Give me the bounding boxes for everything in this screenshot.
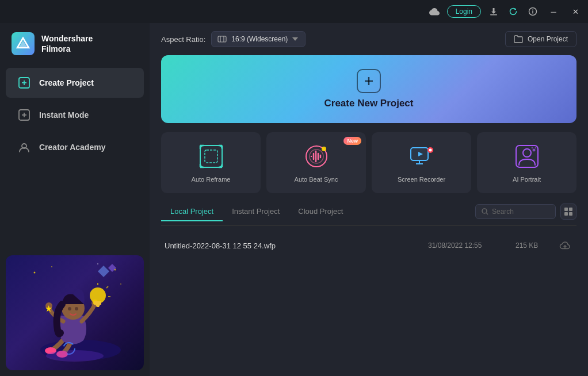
- svg-point-28: [68, 307, 71, 310]
- new-badge: New: [343, 137, 361, 145]
- create-project-icon: [17, 76, 31, 90]
- sidebar-item-creator-academy[interactable]: Creator Academy: [6, 132, 144, 162]
- instant-mode-label: Instant Mode: [39, 110, 89, 120]
- search-icon: [482, 208, 488, 215]
- project-date: 31/08/2022 12:55: [428, 241, 509, 250]
- screen-recorder-label: Screen Recorder: [398, 176, 445, 183]
- svg-point-17: [97, 263, 98, 264]
- svg-point-3: [532, 9, 533, 10]
- title-bar-icons: Login ─ ✕: [427, 3, 583, 20]
- action-card-auto-beat-sync[interactable]: New Auto Beat Sync: [266, 132, 366, 193]
- svg-point-58: [322, 147, 326, 151]
- ai-portrait-label: AI Portrait: [513, 176, 541, 183]
- projects-toolbar: [475, 204, 576, 220]
- upload-cloud-icon: [559, 240, 571, 251]
- svg-rect-0: [490, 14, 497, 16]
- content-topbar: Aspect Ratio: 16:9 (Widescreen): [150, 23, 588, 55]
- tab-cloud-project[interactable]: Cloud Project: [289, 202, 352, 221]
- projects-section: Local Project Instant Project Cloud Proj…: [161, 202, 576, 376]
- svg-point-71: [482, 209, 487, 213]
- svg-point-30: [90, 287, 106, 304]
- project-size: 215 KB: [516, 241, 550, 250]
- sidebar-item-instant-mode[interactable]: Instant Mode: [6, 100, 144, 130]
- svg-marker-19: [108, 264, 116, 272]
- svg-rect-74: [569, 208, 572, 211]
- search-input[interactable]: [492, 208, 549, 216]
- auto-reframe-label: Auto Reframe: [192, 176, 231, 183]
- svg-line-72: [487, 213, 488, 215]
- creator-academy-icon: [17, 140, 31, 154]
- svg-rect-42: [205, 150, 217, 163]
- svg-point-69: [534, 147, 536, 149]
- cloud-icon[interactable]: [427, 5, 441, 18]
- svg-point-35: [46, 350, 104, 362]
- tab-instant-project[interactable]: Instant Project: [223, 202, 289, 221]
- sidebar-item-create-project[interactable]: Create Project: [6, 68, 144, 98]
- title-bar: Login ─ ✕: [0, 0, 588, 23]
- table-row[interactable]: Untitled-2022-08-31 12 55 24.wfp 31/08/2…: [161, 232, 576, 259]
- aspect-ratio-dropdown[interactable]: 16:9 (Widescreen): [211, 31, 306, 47]
- instant-mode-icon: [17, 108, 31, 122]
- svg-point-70: [531, 147, 533, 149]
- auto-beat-sync-label: Auto Beat Sync: [295, 176, 338, 183]
- action-card-screen-recorder[interactable]: Screen Recorder: [372, 132, 471, 193]
- open-project-label: Open Project: [528, 35, 568, 43]
- sidebar: Wondershare Filmora Create Project: [0, 23, 150, 376]
- minimize-button[interactable]: ─: [545, 3, 562, 20]
- create-project-label: Create Project: [39, 78, 94, 87]
- download-icon[interactable]: [487, 5, 501, 18]
- auto-reframe-icon: [197, 143, 225, 170]
- aspect-ratio-label: Aspect Ratio:: [161, 35, 205, 44]
- action-card-ai-portrait[interactable]: AI Portrait: [477, 132, 576, 193]
- create-new-project-label: Create New Project: [324, 98, 414, 109]
- aspect-ratio-value: 16:9 (Widescreen): [231, 35, 288, 43]
- folder-icon: [514, 35, 523, 43]
- screen-recorder-icon: [408, 143, 436, 170]
- tab-local-project[interactable]: Local Project: [161, 202, 223, 221]
- aspect-ratio-icon: [217, 36, 227, 43]
- chevron-down-icon: [292, 37, 298, 41]
- close-button[interactable]: ✕: [567, 3, 583, 20]
- content-area: Aspect Ratio: 16:9 (Widescreen): [150, 23, 588, 376]
- app-name: Wondershare Filmora: [41, 33, 93, 54]
- projects-tabs-row: Local Project Instant Project Cloud Proj…: [161, 202, 576, 221]
- svg-rect-36: [218, 36, 226, 42]
- divider: [161, 225, 576, 226]
- illustration-container: [6, 255, 144, 370]
- quick-actions: Auto Reframe New: [161, 132, 576, 193]
- main-layout: Wondershare Filmora Create Project: [0, 23, 588, 376]
- create-new-project-banner[interactable]: Create New Project: [161, 55, 576, 123]
- svg-rect-73: [564, 208, 568, 211]
- project-list: Untitled-2022-08-31 12 55 24.wfp 31/08/2…: [161, 232, 576, 376]
- refresh-icon[interactable]: [506, 5, 520, 18]
- create-plus-icon: [357, 69, 381, 93]
- upload-to-cloud-button[interactable]: [557, 237, 573, 254]
- svg-point-16: [120, 283, 121, 285]
- grid-icon: [564, 208, 572, 216]
- action-card-auto-reframe[interactable]: Auto Reframe: [161, 132, 261, 193]
- search-box[interactable]: [475, 204, 556, 219]
- svg-rect-76: [569, 212, 572, 216]
- login-button[interactable]: Login: [447, 5, 481, 18]
- aspect-ratio-section: Aspect Ratio: 16:9 (Widescreen): [161, 31, 306, 47]
- grid-toggle-button[interactable]: [560, 204, 576, 220]
- creator-academy-label: Creator Academy: [39, 143, 105, 152]
- svg-marker-18: [98, 266, 109, 277]
- open-project-button[interactable]: Open Project: [505, 31, 576, 47]
- projects-tabs: Local Project Instant Project Cloud Proj…: [161, 202, 352, 221]
- info-icon[interactable]: [526, 5, 540, 18]
- project-name: Untitled-2022-08-31 12 55 24.wfp: [165, 241, 421, 250]
- svg-point-14: [51, 266, 52, 267]
- svg-rect-41: [200, 145, 222, 167]
- app-logo: [12, 32, 35, 55]
- svg-point-68: [532, 149, 535, 152]
- logo-area: Wondershare Filmora: [0, 25, 150, 67]
- svg-point-13: [34, 272, 36, 274]
- ai-portrait-icon: [513, 143, 541, 170]
- svg-rect-75: [564, 212, 568, 216]
- auto-beat-sync-icon: [303, 143, 330, 170]
- svg-point-29: [75, 307, 78, 310]
- svg-point-67: [523, 149, 531, 157]
- sidebar-illustration: [0, 250, 150, 376]
- svg-point-63: [429, 149, 432, 152]
